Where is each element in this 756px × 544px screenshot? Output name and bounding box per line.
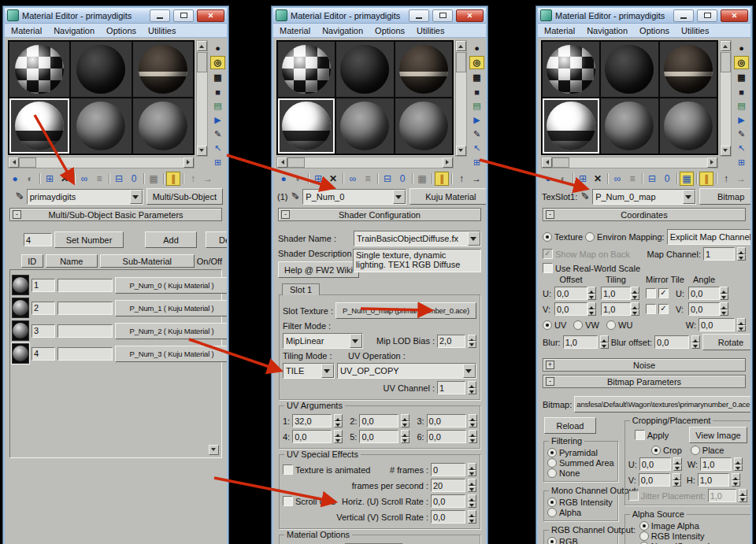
rollout-basic-parameters[interactable]: - Multi/Sub-Object Basic Parameters xyxy=(9,208,222,221)
uv-arg-spinner[interactable] xyxy=(401,430,410,443)
blur-offset-field[interactable]: 0,0 xyxy=(654,335,689,349)
sub-material-button[interactable]: P_Num_2 ( Kuju Material ) xyxy=(115,323,227,339)
put-material-to-scene-icon[interactable]: ◐ xyxy=(556,172,570,186)
scroll-up-arrow[interactable] xyxy=(721,41,731,51)
sample-slot-checker[interactable] xyxy=(9,41,70,98)
video-color-check-icon[interactable]: ▤ xyxy=(735,100,748,112)
chevron-down-icon[interactable] xyxy=(468,231,480,246)
tab-slot-1[interactable]: Slot 1 xyxy=(282,283,320,295)
blur-field[interactable]: 1,0 xyxy=(563,335,598,349)
vscroll-thumb[interactable] xyxy=(197,52,207,72)
reset-map-icon[interactable]: ✕ xyxy=(57,172,72,186)
rgb-radio[interactable] xyxy=(547,537,557,544)
mapping-dropdown[interactable]: Explicit Map Channel xyxy=(667,229,750,245)
scroll-up-arrow[interactable] xyxy=(456,41,466,51)
background-icon[interactable]: ▦ xyxy=(211,72,224,83)
scroll-right-arrow[interactable] xyxy=(183,157,194,168)
u-offset-spinner[interactable] xyxy=(587,287,596,300)
shader-name-dropdown[interactable]: TrainBasicObjectDiffuse.fx xyxy=(354,231,481,246)
wu-radio[interactable] xyxy=(606,320,616,330)
hscroll-thumb[interactable] xyxy=(552,157,569,168)
sub-material-thumbnail[interactable] xyxy=(12,275,29,295)
sub-material-button[interactable]: P_Num_0 ( Kuju Material ) xyxy=(115,277,227,294)
mono-alpha-radio[interactable] xyxy=(547,508,557,517)
uv-arg-spinner[interactable] xyxy=(334,414,343,427)
crop-h-field[interactable]: 1,0 xyxy=(698,473,729,487)
video-color-check-icon[interactable]: ▤ xyxy=(211,100,224,112)
vscroll-thumb[interactable] xyxy=(721,52,731,72)
blur-spinner[interactable] xyxy=(600,335,609,349)
select-by-material-icon[interactable]: ↖ xyxy=(470,142,484,154)
uv-operation-dropdown[interactable]: UV_OP_COPY xyxy=(337,363,476,379)
vw-radio[interactable] xyxy=(573,320,583,330)
sample-slot-dark[interactable] xyxy=(600,41,658,98)
show-end-result-icon[interactable]: ∥ xyxy=(435,172,449,186)
put-to-library-icon[interactable]: ⊟ xyxy=(380,172,395,186)
sample-slot-banded[interactable] xyxy=(395,41,453,98)
v-angle-spinner[interactable] xyxy=(720,302,728,316)
mip-lod-bias-field[interactable]: 2,0 xyxy=(437,335,465,348)
id-field[interactable]: 1 xyxy=(32,279,55,292)
rollout-shader-configuration[interactable]: - Shader Configuration xyxy=(278,208,481,221)
id-field[interactable]: 2 xyxy=(32,302,55,315)
uv-arg-spinner[interactable] xyxy=(469,414,477,427)
go-to-parent-icon[interactable]: ↑ xyxy=(186,172,200,186)
add-button[interactable]: Add xyxy=(145,231,197,248)
material-name-dropdown[interactable]: P_Num_0 xyxy=(302,189,406,205)
material-map-navigator-icon[interactable]: ⊞ xyxy=(211,157,224,168)
sample-uv-tiling-icon[interactable]: ■ xyxy=(735,86,748,98)
backlight-icon[interactable]: ◎ xyxy=(734,56,749,69)
h-scroll-rate-field[interactable]: 0,0 xyxy=(431,494,465,508)
titlebar[interactable]: Material Editor - primaydigits xyxy=(5,8,227,24)
scroll-down-arrow[interactable] xyxy=(456,146,466,156)
material-name-dropdown[interactable]: primaydigits xyxy=(27,189,143,205)
go-to-parent-icon[interactable]: ↑ xyxy=(454,172,469,186)
put-to-library-icon[interactable]: ⊟ xyxy=(112,172,126,186)
sample-slot-dark[interactable] xyxy=(70,41,132,98)
id-field[interactable]: 4 xyxy=(32,347,55,361)
uv-arg-field[interactable]: 0,0 xyxy=(359,414,398,427)
options-icon[interactable]: ✎ xyxy=(211,128,224,140)
go-forward-to-sibling-icon[interactable]: → xyxy=(469,172,484,186)
get-material-icon[interactable]: ● xyxy=(8,172,22,186)
texture-radio[interactable] xyxy=(543,232,552,242)
tiling-mode-dropdown[interactable]: TILE xyxy=(283,363,335,379)
reset-map-icon[interactable]: ✕ xyxy=(591,172,605,186)
scroll-right-arrow[interactable] xyxy=(707,157,717,168)
v-angle-field[interactable]: 0,0 xyxy=(688,302,720,316)
sub-material-thumbnail[interactable] xyxy=(12,298,29,318)
show-map-in-viewport-icon[interactable]: ▦ xyxy=(146,172,161,186)
column-header-sub-material[interactable]: Sub-Material xyxy=(100,254,195,268)
map-channel-spinner[interactable] xyxy=(737,247,746,261)
uv-radio[interactable] xyxy=(543,320,552,330)
uv-arg-field[interactable]: 0,0 xyxy=(359,430,398,443)
sample-type-icon[interactable]: ● xyxy=(735,42,748,54)
slot-texture-button[interactable]: P_Num_0_map (primarynumber_0.ace) xyxy=(335,302,476,319)
map-name-dropdown[interactable]: P_Num_0_map xyxy=(592,189,696,205)
v-offset-spinner[interactable] xyxy=(587,302,596,316)
v-tiling-spinner[interactable] xyxy=(631,302,639,316)
get-material-icon[interactable]: ● xyxy=(541,172,555,186)
show-map-on-back-checkbox[interactable] xyxy=(543,249,553,259)
delete-button[interactable]: Delete xyxy=(206,231,227,248)
menu-navigation[interactable]: Navigation xyxy=(54,26,94,35)
sample-type-icon[interactable]: ● xyxy=(470,42,484,54)
sample-slot-gray1[interactable] xyxy=(335,98,394,154)
uv-arg-field[interactable]: 0,0 xyxy=(427,430,466,443)
column-header-name[interactable]: Name xyxy=(46,254,98,268)
sample-uv-tiling-icon[interactable]: ■ xyxy=(211,86,224,98)
sample-slot-gray2[interactable] xyxy=(659,98,717,154)
w-angle-field[interactable]: 0,0 xyxy=(699,318,735,331)
crop-v-spinner[interactable] xyxy=(673,473,681,487)
scroll-left-arrow[interactable] xyxy=(9,157,19,168)
make-material-copy-icon[interactable]: ∞ xyxy=(77,172,91,186)
crop-u-spinner[interactable] xyxy=(673,457,682,471)
v-scroll-rate-field[interactable]: 0,0 xyxy=(431,510,465,524)
palette-hscrollbar[interactable] xyxy=(541,157,718,168)
alpha-rgb-intensity-radio[interactable] xyxy=(639,531,649,541)
place-radio[interactable] xyxy=(691,446,700,455)
h-scroll-rate-spinner[interactable] xyxy=(468,494,476,508)
u-offset-field[interactable]: 0,0 xyxy=(554,287,587,300)
select-by-material-icon[interactable]: ↖ xyxy=(735,142,748,154)
help-wiki-button[interactable]: Help @ FW2 Wiki xyxy=(278,261,359,278)
